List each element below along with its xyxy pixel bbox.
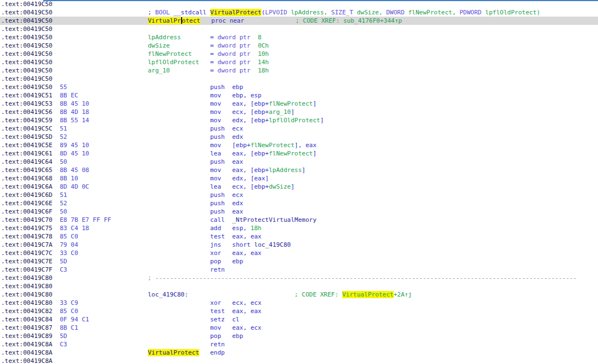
listing-line-7[interactable]: .text:00419C50 flNewProtect = dword ptr … <box>0 50 598 58</box>
token-o: 33 C9 <box>60 299 78 306</box>
ida-disassembly-window: { "view": { "function_name": "VirtualPro… <box>0 0 598 364</box>
listing-line-35[interactable]: .text:00419C80 <box>0 282 598 290</box>
token-o: E8 7B E7 FF FF <box>60 216 111 223</box>
token-g: dwSize <box>269 183 291 190</box>
token-o: 51 <box>60 125 67 132</box>
listing-line-4[interactable]: .text:00419C50 <box>0 25 598 33</box>
token-a: .text:00419C87 <box>1 324 53 331</box>
listing-line-selected[interactable]: .text:00419C50 VirtualProtect proc near … <box>0 17 598 25</box>
token-a: .text:00419C80 <box>1 299 53 306</box>
token-k: dword ptr <box>218 67 251 74</box>
listing-line-28[interactable]: .text:00419C75 83 C4 18 add esp, 18h <box>0 224 598 232</box>
token-a: .text:00419C50 <box>1 25 53 33</box>
listing-line-42[interactable]: .text:00419C8A C3 retn <box>0 340 598 349</box>
token-o: 8D 45 10 <box>60 150 89 157</box>
listing-line-44[interactable]: .text:00419C8A <box>0 357 598 364</box>
token-b: ecx <box>232 125 243 132</box>
token-b: push <box>210 84 225 91</box>
listing-line-27[interactable]: .text:00419C70 E8 7B E7 FF FF call _NtPr… <box>0 216 598 224</box>
token-b: proc near <box>212 17 245 24</box>
token-n: loc_419C80: <box>148 291 188 298</box>
listing-line-17[interactable]: .text:00419C5D 52 push edx <box>0 133 598 141</box>
token-o: C3 <box>60 341 67 348</box>
listing-line-1[interactable]: .text:00419C50 <box>0 0 598 8</box>
token-k: SIZE_T <box>331 9 353 16</box>
token-b: lea <box>210 150 221 157</box>
token-hn: VirtualProtect <box>210 9 262 16</box>
listing-line-21[interactable]: .text:00419C65 8B 45 08 mov eax, [ebp+lp… <box>0 166 598 174</box>
token-a: .text:00419C5D <box>1 133 53 141</box>
listing-line-13[interactable]: .text:00419C53 8B 45 10 mov eax, [ebp+fl… <box>0 100 598 108</box>
token-g: flNewProtect <box>269 150 312 157</box>
listing-line-25[interactable]: .text:00419C6E 52 push edx <box>0 199 598 207</box>
token-o: 51 <box>60 191 67 199</box>
token-a: .text:00419C61 <box>1 150 53 157</box>
token-g: ; CODE XREF: <box>295 291 342 298</box>
listing-line-36[interactable]: .text:00419C80 loc_419C80: ; CODE XREF: … <box>0 290 598 299</box>
token-a: .text:00419C80 <box>1 283 53 290</box>
listing-line-43[interactable]: .text:00419C8A VirtualProtect endp <box>0 349 598 357</box>
listing-line-2[interactable]: .text:00419C50 ; BOOL __stdcall VirtualP… <box>0 8 598 17</box>
listing-line-41[interactable]: .text:00419C89 5D pop ebp <box>0 332 598 340</box>
listing-line-22[interactable]: .text:00419C68 8B 10 mov edx, [eax] <box>0 174 598 183</box>
token-b: ecx <box>232 191 243 199</box>
token-b: xor <box>210 249 221 257</box>
listing-line-37[interactable]: .text:00419C80 33 C9 xor ecx, ecx <box>0 299 598 307</box>
listing-line-23[interactable]: .text:00419C6A 8D 4D 0C lea ecx, [ebp+dw… <box>0 183 598 191</box>
token-a: .text:00419C65 <box>1 167 53 174</box>
listing-line-34[interactable]: .text:00419C80 ; -----------------------… <box>0 274 598 282</box>
listing-line-24[interactable]: .text:00419C6D 51 push ecx <box>0 191 598 199</box>
listing-line-15[interactable]: .text:00419C59 8B 55 14 mov edx, [ebp+lp… <box>0 116 598 124</box>
listing-line-9[interactable]: .text:00419C50 arg_10 = dword ptr 18h <box>0 66 598 75</box>
token-b: = <box>210 34 218 41</box>
listing-line-10[interactable]: .text:00419C50 <box>0 75 598 83</box>
listing-line-39[interactable]: .text:00419C84 0F 94 C1 setz cl <box>0 315 598 324</box>
token-b: eax, eax <box>232 249 261 257</box>
token-k: DWORD <box>386 9 404 16</box>
listing-line-16[interactable]: .text:00419C5C 51 push ecx <box>0 124 598 133</box>
listing-line-32[interactable]: .text:00419C7E 5D pop ebp <box>0 257 598 266</box>
token-b: endp <box>210 349 225 356</box>
token-a: .text:00419C70 <box>1 216 53 223</box>
token-hn: VirtualProtect <box>148 349 199 356</box>
listing-line-18[interactable]: .text:00419C5E 89 45 10 mov [ebp+flNewPr… <box>0 141 598 149</box>
listing-line-19[interactable]: .text:00419C61 8D 45 10 lea eax, [ebp+fl… <box>0 149 598 158</box>
listing-line-12[interactable]: .text:00419C51 8B EC mov ebp, esp <box>0 91 598 100</box>
token-a: .text:00419C80 <box>1 291 53 298</box>
token-a: .text:00419C64 <box>1 158 53 165</box>
listing-line-5[interactable]: .text:00419C50 lpAddress = dword ptr 8 <box>0 33 598 41</box>
listing-line-6[interactable]: .text:00419C50 dwSize = dword ptr 0Ch <box>0 41 598 50</box>
token-a: .text:00419C50 <box>1 84 53 91</box>
token-b: ecx, [ebp+ <box>232 183 269 190</box>
listing-line-26[interactable]: .text:00419C6F 50 push eax <box>0 207 598 216</box>
listing-line-8[interactable]: .text:00419C50 lpflOldProtect = dword pt… <box>0 58 598 66</box>
token-b: edx <box>232 133 243 141</box>
listing-line-11[interactable]: .text:00419C50 55 push ebp <box>0 83 598 91</box>
listing-line-31[interactable]: .text:00419C7C 33 C0 xor eax, eax <box>0 249 598 257</box>
token-a: .text:00419C82 <box>1 308 53 315</box>
token-o: 8B 10 <box>60 175 78 182</box>
token-b: ecx, [ebp+ <box>232 108 269 116</box>
disassembly-listing[interactable]: .text:00419C50.text:00419C50 ; BOOL __st… <box>0 0 598 364</box>
token-g: flNewProtect <box>250 142 294 149</box>
listing-line-30[interactable]: .text:00419C7A 79 04 jns short loc_419C8… <box>0 241 598 249</box>
listing-line-20[interactable]: .text:00419C64 50 push eax <box>0 158 598 166</box>
listing-line-29[interactable]: .text:00419C78 85 C0 test eax, eax <box>0 232 598 241</box>
token-b: mov <box>210 108 221 116</box>
token-o: 8B 45 08 <box>60 167 89 174</box>
listing-line-38[interactable]: .text:00419C82 85 C0 test eax, eax <box>0 307 598 315</box>
token-b: mov <box>210 167 221 174</box>
token-o: 85 C0 <box>60 308 78 315</box>
token-b: ; <box>148 9 155 16</box>
token-g: ; CODE XREF: sub_4176F0+344↑p <box>296 17 402 24</box>
listing-line-33[interactable]: .text:00419C7F C3 retn <box>0 266 598 274</box>
token-k: dword ptr <box>218 59 251 66</box>
token-b: ] <box>313 150 317 157</box>
token-b: pop <box>210 258 221 265</box>
token-b: ( <box>261 9 265 16</box>
listing-line-14[interactable]: .text:00419C56 8B 4D 18 mov ecx, [ebp+ar… <box>0 108 598 116</box>
token-a: .text:00419C5C <box>1 125 53 132</box>
token-a: .text:00419C8A <box>1 341 53 348</box>
token-b: ], eax <box>295 142 317 149</box>
listing-line-40[interactable]: .text:00419C87 8B C1 mov eax, ecx <box>0 324 598 332</box>
